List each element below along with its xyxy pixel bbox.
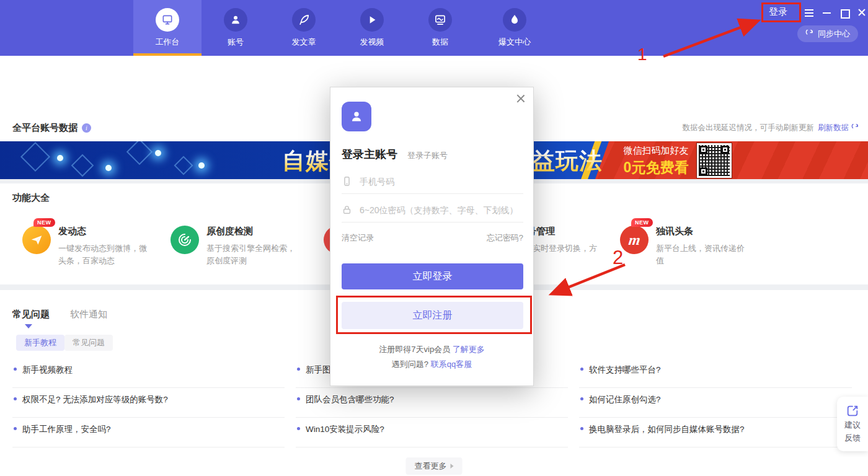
user-icon (224, 8, 247, 32)
play-icon (360, 8, 384, 32)
faq-item[interactable]: 权限不足? 无法添加对应等级的账号数? (12, 392, 296, 421)
tab-main-account[interactable]: 登录主账号 (342, 147, 397, 162)
bullet-icon (14, 427, 17, 430)
pill-beginner-tutorial[interactable]: 新手教程 (16, 335, 64, 351)
new-badge: NEW (33, 218, 55, 227)
menu-icon[interactable] (805, 7, 815, 17)
nav-item-label: 数据 (432, 37, 448, 48)
banner-decoration (126, 141, 153, 165)
banner-promo-line1: 微信扫码加好友 (619, 145, 693, 157)
nav-item-label: 爆文中心 (498, 37, 531, 48)
refresh-note: 数据会出现延迟情况，可手动刷新更新 (683, 123, 815, 133)
refresh-icon (805, 30, 814, 38)
banner-headline-right: 益玩法 (532, 146, 603, 177)
bullet-icon (297, 368, 300, 371)
sync-center-label: 同步中心 (818, 29, 850, 40)
nav-item-accounts[interactable]: 账号 (202, 0, 270, 56)
banner-decoration (174, 156, 193, 175)
features-title: 功能大全 (12, 192, 50, 204)
tab-sub-account[interactable]: 登录子账号 (407, 150, 448, 161)
bullet-icon (297, 397, 300, 400)
banner-decoration (198, 162, 205, 169)
clear-records-link[interactable]: 清空记录 (342, 232, 374, 244)
register-now-button[interactable]: 立即注册 (342, 302, 523, 329)
refresh-data-link[interactable]: 刷新数据 (818, 123, 859, 133)
nav-item-label: 发视频 (360, 37, 384, 48)
tab-software-notice[interactable]: 软件通知 (70, 309, 107, 320)
duxun-logo-icon: m NEW (620, 226, 649, 254)
faq-item[interactable]: 新手视频教程 (12, 362, 296, 392)
main-nav: 工作台 账号 发文章 发视频 (133, 0, 555, 56)
feature-title: 独讯头条 (656, 226, 750, 237)
avatar (342, 102, 371, 131)
banner-decoration (105, 165, 112, 171)
feedback-label-line1: 建议 (844, 420, 861, 431)
feature-desc: 新平台上线，资讯传递价值 (656, 242, 750, 267)
banner-decoration (155, 150, 161, 156)
top-bar: 工作台 账号 发文章 发视频 (0, 0, 868, 56)
banner-decoration (57, 155, 63, 161)
login-modal: 登录主账号 登录子账号 清空记录 忘记密码? 立即登录 立即注册 注册即得7天v… (330, 87, 534, 386)
bullet-icon (580, 368, 583, 371)
minimize-icon[interactable] (822, 7, 832, 17)
help-text: 遇到问题? (392, 359, 431, 369)
faq-item[interactable]: 如何记住原创勾选? (579, 392, 863, 421)
banner-decoration (71, 154, 94, 177)
nav-item-workbench[interactable]: 工作台 (133, 0, 202, 56)
nav-item-data[interactable]: 数据 (406, 0, 474, 56)
user-icon (348, 108, 365, 125)
sync-center-button[interactable]: 同步中心 (797, 25, 858, 42)
faq-item[interactable]: Win10安装提示风险? (296, 421, 579, 451)
chevron-right-icon (451, 464, 454, 469)
nav-item-label: 账号 (228, 37, 244, 48)
bullet-icon (14, 368, 17, 371)
view-more-button[interactable]: 查看更多 (406, 457, 463, 475)
feature-desc: 一键发布动态到微博，微头条，百家动态 (58, 242, 153, 267)
learn-more-link[interactable]: 了解更多 (453, 345, 485, 354)
faq-item[interactable]: 软件支持哪些平台? (579, 362, 863, 392)
active-tab-indicator (25, 324, 32, 328)
monitor-icon (156, 8, 179, 32)
faq-item[interactable]: 团队会员包含哪些功能? (296, 392, 579, 421)
pill-common-questions[interactable]: 常见问题 (64, 335, 113, 351)
paper-plane-icon: NEW (22, 226, 51, 254)
feature-title: 原创度检测 (206, 226, 301, 237)
forgot-password-link[interactable]: 忘记密码? (487, 232, 523, 244)
chart-icon (428, 8, 452, 32)
refresh-icon (851, 124, 859, 132)
bullet-icon (580, 427, 583, 430)
phone-input[interactable] (360, 177, 523, 187)
faq-item[interactable]: 换电脑登录后，如何同步自媒体账号数据? (579, 421, 863, 451)
nav-item-publish-video[interactable]: 发视频 (338, 0, 406, 56)
faq-item[interactable]: 助手工作原理，安全吗? (12, 421, 296, 451)
contact-qq-link[interactable]: 联系qq客服 (431, 359, 472, 369)
bullet-icon (580, 397, 583, 400)
password-input[interactable] (360, 205, 523, 215)
new-badge: NEW (631, 218, 653, 227)
maximize-icon[interactable] (839, 7, 849, 17)
nav-item-label: 工作台 (156, 37, 180, 48)
stats-title: 全平台账号数据 (12, 122, 78, 134)
lock-icon (342, 205, 352, 215)
login-now-button[interactable]: 立即登录 (342, 263, 523, 289)
modal-close-icon[interactable] (516, 94, 526, 104)
feather-icon (292, 8, 316, 32)
close-icon[interactable] (857, 7, 867, 17)
bullet-icon (297, 427, 300, 430)
nav-item-hot-articles[interactable]: 爆文中心 (474, 0, 555, 56)
info-icon[interactable]: i (82, 123, 91, 133)
banner-promo-line2: 0元免费看 (619, 158, 693, 177)
nav-item-publish-article[interactable]: 发文章 (270, 0, 338, 56)
nav-item-label: 发文章 (292, 37, 316, 48)
gauge-icon (170, 226, 199, 254)
feature-title: 发动态 (58, 226, 153, 237)
feature-desc: 基于搜索引擎全网检索，原创度评测 (206, 242, 301, 267)
edit-icon (846, 404, 859, 418)
bullet-icon (14, 397, 17, 400)
login-link[interactable]: 登录 (769, 6, 787, 18)
vip-promo-text: 注册即得7天vip会员 (379, 345, 452, 354)
window-controls (805, 7, 867, 17)
feedback-label-line2: 反馈 (844, 433, 861, 444)
tab-faq[interactable]: 常见问题 (12, 309, 50, 320)
feedback-fab[interactable]: 建议 反馈 (837, 397, 868, 451)
